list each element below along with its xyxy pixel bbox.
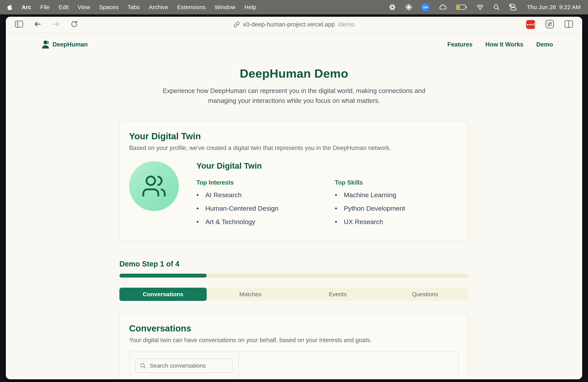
toolbar-left xyxy=(15,20,78,29)
interest-item: AI Research xyxy=(196,191,335,199)
top-skills-label: Top Skills xyxy=(335,179,405,186)
twin-avatar xyxy=(129,161,179,211)
page-subtitle: Experience how DeepHuman can represent y… xyxy=(154,86,434,106)
skill-item: UX Research xyxy=(335,218,405,226)
battery-icon[interactable] xyxy=(456,4,467,10)
menu-item-file[interactable]: File xyxy=(36,4,54,11)
menu-item-help[interactable]: Help xyxy=(240,4,261,11)
claude-asterisk-icon[interactable] xyxy=(405,3,412,11)
tab-questions[interactable]: Questions xyxy=(381,288,469,301)
sidebar-toggle-button[interactable] xyxy=(15,20,23,29)
menu-clock[interactable]: Thu Jun 26 9:22 AM xyxy=(527,4,581,11)
interest-item: Human-Centered Design xyxy=(196,205,335,212)
nav-link-features[interactable]: Features xyxy=(447,41,473,48)
progress-bar xyxy=(119,274,469,277)
browser-toolbar: v0-deep-human-project.vercel.app/demo xyxy=(6,17,582,33)
conversations-card: Conversations Your digital twin can have… xyxy=(119,313,469,379)
top-skills-column: Top Skills Machine Learning Python Devel… xyxy=(335,179,405,232)
twin-card-description: Based on your profile, we've created a d… xyxy=(129,145,459,151)
extensions-settings-icon[interactable] xyxy=(545,20,554,29)
twin-inner-title: Your Digital Twin xyxy=(196,161,405,170)
conversations-title: Conversations xyxy=(129,323,459,334)
conversation-detail-empty xyxy=(239,352,459,379)
menu-item-view[interactable]: View xyxy=(73,4,94,11)
brand-name: DeepHuman xyxy=(53,41,88,48)
interest-item: Art & Technology xyxy=(196,218,335,226)
back-button[interactable] xyxy=(34,20,42,29)
conversations-description: Your digital twin can have conversations… xyxy=(129,337,459,344)
menu-left: Arc File Edit View Spaces Tabs Archive E… xyxy=(7,4,261,11)
demo-step-label: Demo Step 1 of 4 xyxy=(119,260,469,268)
apple-logo-icon xyxy=(7,4,13,11)
demo-page: DeepHuman Features How It Works Demo Dee… xyxy=(6,33,582,379)
nav-link-how-it-works[interactable]: How It Works xyxy=(485,41,524,48)
digital-twin-card: Your Digital Twin Based on your profile,… xyxy=(119,121,469,241)
menu-item-spaces[interactable]: Spaces xyxy=(95,4,123,11)
progress-fill xyxy=(119,274,207,277)
menu-item-extensions[interactable]: Extensions xyxy=(173,4,210,11)
nav-link-demo[interactable]: Demo xyxy=(536,41,553,48)
demo-tabs: Conversations Matches Events Questions xyxy=(119,288,469,301)
skill-item: Python Development xyxy=(335,205,405,212)
tab-events[interactable]: Events xyxy=(294,288,381,301)
wifi-icon[interactable] xyxy=(476,4,484,11)
apple-menu[interactable] xyxy=(7,4,13,11)
control-center-icon[interactable] xyxy=(509,4,517,11)
menu-item-archive[interactable]: Archive xyxy=(144,4,173,11)
conversations-list: Alex's Twin 2 days ago I'll definitely i… xyxy=(129,352,239,379)
users-icon xyxy=(141,173,167,199)
person-logo-icon xyxy=(41,40,51,50)
link-icon xyxy=(233,21,240,28)
site-nav: Features How It Works Demo xyxy=(447,41,553,48)
arc-browser-window: v0-deep-human-project.vercel.app/demo xyxy=(6,17,582,379)
menu-item-tabs[interactable]: Tabs xyxy=(123,4,144,11)
tab-matches[interactable]: Matches xyxy=(207,288,294,301)
url-path: /demo xyxy=(338,21,355,28)
macos-menu-bar: Arc File Edit View Spaces Tabs Archive E… xyxy=(0,0,588,14)
menu-item-arc[interactable]: Arc xyxy=(17,4,36,11)
search-box xyxy=(135,359,232,373)
forward-button[interactable] xyxy=(52,20,60,29)
twin-profile: Your Digital Twin Top Interests AI Resea… xyxy=(196,161,405,232)
menu-status-icons: zm xyxy=(389,3,581,11)
twin-card-title: Your Digital Twin xyxy=(129,131,459,141)
url-host: v0-deep-human-project.vercel.app xyxy=(243,21,335,28)
spotlight-search-icon[interactable] xyxy=(493,4,500,11)
conversations-panel: Alex's Twin 2 days ago I'll definitely i… xyxy=(129,351,459,379)
hero-section: DeepHuman Demo Experience how DeepHuman … xyxy=(6,66,582,106)
top-interests-column: Top Interests AI Research Human-Centered… xyxy=(196,179,335,232)
reload-button[interactable] xyxy=(70,20,78,29)
sync-cloud-icon[interactable] xyxy=(439,3,447,11)
chatgpt-icon[interactable] xyxy=(389,3,396,11)
url-bar[interactable]: v0-deep-human-project.vercel.app/demo xyxy=(233,21,355,28)
menu-item-window[interactable]: Window xyxy=(210,4,240,11)
toolbar-right xyxy=(526,20,573,29)
site-header: DeepHuman Features How It Works Demo xyxy=(6,33,582,56)
password-manager-icon[interactable] xyxy=(526,20,535,29)
top-interests-label: Top Interests xyxy=(196,179,335,186)
zoom-app-icon[interactable]: zm xyxy=(421,3,430,11)
search-icon xyxy=(140,362,146,370)
tab-conversations[interactable]: Conversations xyxy=(119,288,207,301)
brand-logo[interactable]: DeepHuman xyxy=(41,40,88,50)
page-title: DeepHuman Demo xyxy=(6,66,582,80)
split-view-icon[interactable] xyxy=(564,20,573,29)
search-input[interactable] xyxy=(135,359,232,373)
skill-item: Machine Learning xyxy=(335,191,405,199)
menu-item-edit[interactable]: Edit xyxy=(54,4,73,11)
